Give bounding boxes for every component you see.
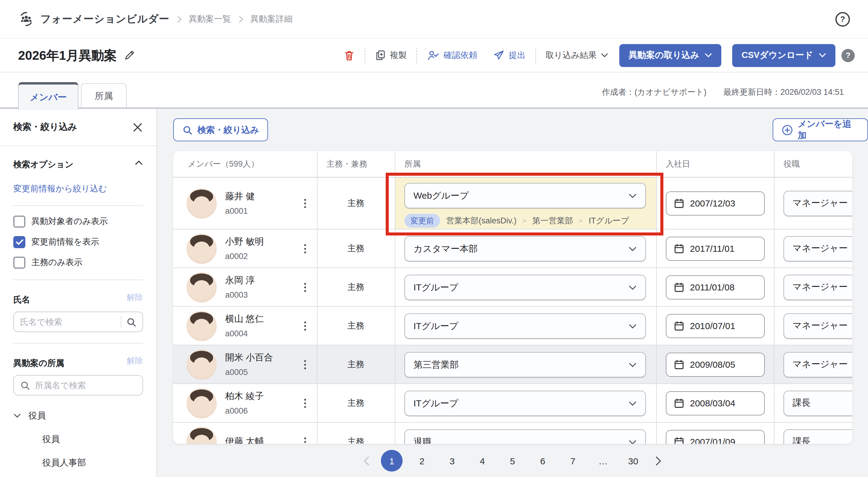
org-cell: 第三営業部 (395, 346, 656, 383)
col-header-member: メンバー（599人） (173, 151, 259, 178)
hire-date-picker[interactable]: 2007/01/09 (666, 429, 765, 444)
table-row: 藤井 健 a0001 主務 Webグループ 変更前 営業本部(salesDiv.… (173, 178, 852, 230)
avatar[interactable] (187, 233, 217, 264)
checkbox-icon[interactable] (13, 236, 25, 248)
tab-member[interactable]: メンバー (18, 82, 79, 110)
org-dropdown[interactable]: ITグループ (404, 314, 646, 339)
hire-date-picker[interactable]: 2017/11/01 (666, 236, 765, 261)
position-dropdown[interactable]: マネージャー (783, 190, 852, 216)
toolbar-help-icon[interactable]: ? (841, 49, 855, 62)
page-button[interactable]: 30 (622, 450, 644, 472)
org-cell: 退職 (395, 423, 656, 444)
csv-download-button[interactable]: CSVダウンロード (733, 44, 835, 67)
sidebar-title: 検索・絞り込み (13, 121, 77, 133)
delete-button[interactable] (343, 49, 355, 61)
chevron-up-icon[interactable] (134, 160, 143, 165)
hire-date-picker[interactable]: 2007/12/03 (666, 191, 765, 215)
page-button[interactable]: 7 (562, 450, 584, 472)
position-dropdown[interactable]: 課長 (783, 429, 852, 444)
hire-date-picker[interactable]: 2010/07/01 (666, 314, 765, 338)
org-dropdown[interactable]: カスタマー本部 (404, 236, 646, 262)
position-cell: マネージャー (774, 307, 852, 345)
avatar[interactable] (187, 311, 217, 341)
org-dropdown[interactable]: 第三営業部 (404, 352, 646, 377)
avatar[interactable] (187, 188, 217, 218)
import-results-dropdown[interactable]: 取り込み結果 (546, 50, 609, 61)
review-request-button[interactable]: 確認依頼 (427, 50, 477, 61)
add-member-button[interactable]: メンバーを追加 (773, 118, 868, 141)
kebab-menu-icon[interactable] (302, 241, 308, 256)
page-button[interactable]: 3 (441, 450, 463, 472)
org-dropdown[interactable]: Webグループ (404, 183, 646, 208)
tree-leaf[interactable]: 役員 (42, 434, 143, 445)
title-bar: 2026年1月異動案 複製 確認依頼 提出 取り込み (0, 39, 868, 72)
search-icon[interactable] (126, 317, 136, 327)
import-plan-button[interactable]: 異動案の取り込み (620, 44, 722, 67)
position-dropdown[interactable]: マネージャー (783, 313, 852, 338)
checkbox-icon[interactable] (13, 215, 25, 228)
position-dropdown[interactable]: 課長 (783, 390, 852, 416)
toolbar-separator (535, 48, 536, 63)
checkbox-show-only-primary[interactable]: 主務のみ表示 (13, 257, 143, 269)
org-dropdown[interactable]: 退職 (404, 429, 646, 444)
org-search-input[interactable] (35, 380, 136, 390)
org-dropdown[interactable]: ITグループ (404, 391, 646, 416)
org-cell: カスタマー本部 (395, 230, 656, 267)
kebab-menu-icon[interactable] (302, 319, 308, 333)
search-icon[interactable] (20, 380, 30, 390)
kebab-menu-icon[interactable] (302, 396, 308, 410)
duty-cell: 主務 (317, 178, 395, 229)
chevron-down-icon[interactable] (13, 413, 21, 418)
filter-by-before-link[interactable]: 変更前情報から絞り込む (13, 184, 107, 195)
search-filter-button[interactable]: 検索・絞り込み (173, 118, 268, 141)
name-search-input[interactable] (20, 317, 116, 327)
before-info: 変更前 営業本部(salesDiv.)＞第一営業部＞ITグループ (404, 214, 656, 228)
close-icon[interactable] (132, 122, 143, 132)
checkbox-show-before-info[interactable]: 変更前情報を表示 (13, 236, 143, 248)
page-button[interactable]: 4 (471, 450, 493, 472)
name-filter-clear-link[interactable]: 解除 (127, 292, 143, 303)
next-page-icon[interactable] (652, 455, 664, 466)
help-icon[interactable]: ? (835, 12, 850, 26)
table-row: 小野 敏明 a0002 主務 カスタマー本部 2017/11/01 マ (173, 230, 852, 268)
position-dropdown[interactable]: マネージャー (783, 274, 852, 300)
avatar[interactable] (187, 388, 217, 418)
divider (13, 279, 143, 280)
kebab-menu-icon[interactable] (302, 280, 308, 294)
tree-node-yakuin[interactable]: 役員 (13, 410, 143, 421)
tree-leaf[interactable]: 役員人事部 (42, 457, 143, 469)
avatar[interactable] (187, 349, 217, 380)
kebab-menu-icon[interactable] (302, 435, 308, 444)
avatar[interactable] (187, 426, 217, 444)
page-button[interactable]: 2 (411, 450, 433, 472)
hire-date-picker[interactable]: 2008/03/04 (666, 391, 765, 415)
position-dropdown[interactable]: マネージャー (783, 236, 852, 261)
name-search-field[interactable] (13, 311, 143, 332)
hire-date-cell: 2017/11/01 (656, 230, 774, 267)
prev-page-icon[interactable] (361, 455, 372, 466)
kebab-menu-icon[interactable] (302, 357, 308, 371)
edit-title-icon[interactable] (124, 50, 135, 61)
kebab-menu-icon[interactable] (302, 196, 308, 210)
position-dropdown[interactable]: マネージャー (783, 352, 852, 377)
page-button[interactable]: 1 (381, 450, 403, 472)
page-button[interactable]: 5 (502, 450, 523, 472)
avatar[interactable] (187, 272, 217, 302)
org-dropdown[interactable]: ITグループ (404, 275, 646, 300)
submit-button[interactable]: 提出 (493, 50, 526, 61)
page-button[interactable]: 6 (532, 450, 554, 472)
table-row: 永岡 淳 a0003 主務 ITグループ 2011/01/08 マネー (173, 268, 852, 307)
table-row: 開米 小百合 a0005 主務 第三営業部 2009/08/05 マネ (173, 346, 852, 384)
breadcrumb-plan-list[interactable]: 異動案一覧 (189, 13, 231, 25)
hire-date-cell: 2010/07/01 (656, 307, 774, 345)
plan-metadata: 作成者：(カオナビサポート) 最終更新日時：2026/02/03 14:51 (602, 87, 844, 98)
hire-date-picker[interactable]: 2009/08/05 (666, 352, 765, 377)
org-search-field[interactable] (13, 375, 143, 395)
tab-org[interactable]: 所属 (81, 83, 127, 109)
checkbox-show-only-targets[interactable]: 異動対象者のみ表示 (13, 215, 143, 228)
org-filter-clear-link[interactable]: 解除 (127, 356, 143, 366)
pagination-ellipsis: … (592, 450, 614, 472)
hire-date-picker[interactable]: 2011/01/08 (666, 275, 765, 299)
duplicate-button[interactable]: 複製 (375, 50, 407, 61)
checkbox-icon[interactable] (13, 257, 25, 269)
